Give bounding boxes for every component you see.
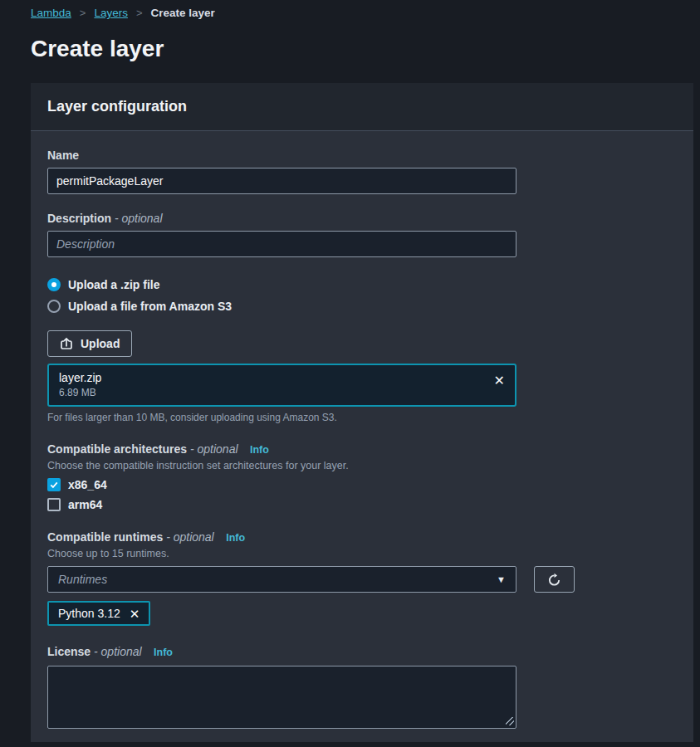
runtimes-optional-text: - optional: [166, 530, 214, 544]
upload-button[interactable]: Upload: [47, 330, 132, 357]
license-textarea[interactable]: [47, 666, 516, 729]
description-optional-text: - optional: [115, 212, 163, 225]
radio-upload-s3[interactable]: Upload a file from Amazon S3: [47, 295, 677, 317]
checkbox-x86-64-label: x86_64: [68, 478, 107, 491]
license-section: License - optional Info: [47, 644, 677, 729]
runtimes-section: Compatible runtimes - optional Info Choo…: [47, 530, 677, 626]
name-field-group: Name: [47, 148, 677, 194]
panel-body: Name Description - optional Upload a .zi…: [31, 131, 693, 742]
license-label: License - optional: [47, 645, 142, 658]
runtimes-label: Compatible runtimes - optional: [47, 530, 214, 544]
runtime-token-python: Python 3.12 ✕: [47, 601, 150, 626]
radio-upload-s3-label: Upload a file from Amazon S3: [68, 300, 232, 313]
panel-title: Layer configuration: [47, 98, 187, 115]
architectures-label: Compatible architectures - optional: [47, 442, 238, 456]
architectures-description: Choose the compatible instruction set ar…: [47, 460, 677, 471]
breadcrumb-separator: >: [136, 7, 143, 19]
breadcrumb-separator: >: [80, 7, 86, 19]
runtimes-select-row: Runtimes ▼: [47, 566, 677, 593]
runtimes-description: Choose up to 15 runtimes.: [47, 548, 677, 559]
checkbox-unchecked-icon: [47, 498, 61, 511]
name-input[interactable]: [47, 168, 516, 194]
layer-configuration-panel: Layer configuration Name Description - o…: [31, 83, 693, 742]
checkbox-checked-icon: [47, 478, 61, 491]
description-input[interactable]: [47, 231, 516, 257]
refresh-runtimes-button[interactable]: [534, 566, 575, 593]
radio-unselected-icon: [47, 300, 61, 313]
description-field-group: Description - optional: [47, 211, 677, 257]
uploaded-file-size: 6.89 MB: [59, 387, 101, 398]
architectures-section: Compatible architectures - optional Info…: [47, 442, 677, 511]
checkbox-arm64[interactable]: arm64: [47, 498, 677, 511]
description-label: Description - optional: [47, 212, 163, 225]
file-size-hint: For files larger than 10 MB, consider up…: [47, 412, 677, 423]
radio-upload-zip-label: Upload a .zip file: [68, 278, 159, 291]
architectures-info-link[interactable]: Info: [250, 444, 269, 456]
name-label: Name: [47, 149, 79, 162]
license-optional-text: - optional: [94, 645, 142, 658]
refresh-icon: [547, 573, 561, 587]
radio-selected-icon: [47, 278, 61, 291]
license-info-link[interactable]: Info: [154, 647, 173, 658]
breadcrumb-link-layers[interactable]: Layers: [94, 7, 128, 19]
architectures-optional-text: - optional: [190, 442, 238, 456]
runtimes-select[interactable]: Runtimes ▼: [47, 566, 516, 593]
remove-file-icon[interactable]: ✕: [494, 374, 505, 388]
chevron-down-icon: ▼: [497, 574, 506, 584]
description-label-text: Description: [47, 212, 111, 225]
architectures-label-text: Compatible architectures: [47, 442, 187, 456]
upload-method-radio-group: Upload a .zip file Upload a file from Am…: [47, 274, 677, 317]
uploaded-file-chip: layer.zip 6.89 MB ✕: [47, 364, 516, 407]
radio-upload-zip[interactable]: Upload a .zip file: [47, 274, 677, 295]
runtimes-select-placeholder: Runtimes: [58, 573, 107, 586]
uploaded-file-name: layer.zip: [59, 371, 101, 384]
checkbox-arm64-label: arm64: [68, 498, 102, 511]
remove-runtime-icon[interactable]: ✕: [130, 608, 140, 620]
page-title: Create layer: [31, 36, 700, 62]
breadcrumb-link-lambda[interactable]: Lambda: [31, 7, 71, 19]
panel-header: Layer configuration: [31, 83, 693, 131]
license-textarea-wrap: [47, 666, 516, 729]
checkbox-x86-64[interactable]: x86_64: [47, 478, 677, 491]
uploaded-file-info: layer.zip 6.89 MB: [59, 371, 101, 398]
license-label-text: License: [47, 645, 91, 658]
upload-button-label: Upload: [81, 337, 120, 350]
runtimes-info-link[interactable]: Info: [226, 532, 245, 544]
breadcrumb-current: Create layer: [151, 7, 215, 19]
resize-handle[interactable]: [506, 717, 514, 725]
runtimes-label-text: Compatible runtimes: [47, 530, 163, 544]
breadcrumb: Lambda > Layers > Create layer: [31, 7, 700, 19]
runtime-token-label: Python 3.12: [58, 607, 120, 620]
upload-icon: [60, 337, 73, 350]
